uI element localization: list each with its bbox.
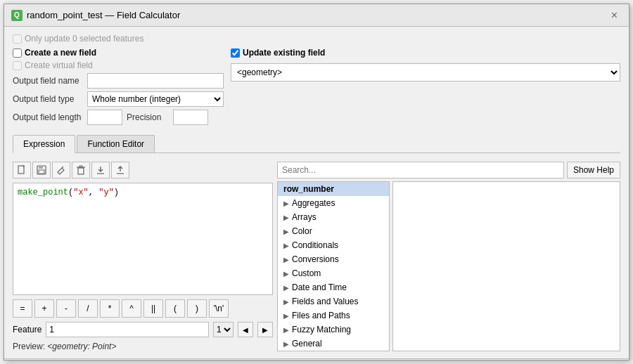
output-length-row: Output field length 10 Precision 3 — [13, 110, 224, 125]
update-existing-checkbox[interactable] — [231, 48, 240, 58]
function-item-conversions[interactable]: ▶ Conversions — [278, 252, 389, 266]
code-arg1: "x" — [73, 188, 89, 197]
code-arg2: "y" — [98, 188, 114, 197]
function-item-files-paths[interactable]: ▶ Files and Paths — [278, 308, 389, 323]
editor-toolbar — [13, 162, 273, 178]
create-field-section: Create a new field Create virtual field … — [13, 48, 224, 128]
save-button[interactable] — [32, 162, 51, 178]
import-button[interactable] — [91, 162, 110, 178]
output-name-input[interactable] — [87, 73, 224, 89]
function-item-color[interactable]: ▶ Color — [278, 224, 389, 238]
code-comma: , — [89, 188, 98, 197]
calc-open-paren[interactable]: ( — [165, 299, 185, 318]
delete-button[interactable] — [72, 162, 90, 178]
edit-icon — [56, 165, 66, 175]
create-new-field-label[interactable]: Create a new field — [13, 48, 224, 58]
tab-function-editor[interactable]: Function Editor — [77, 135, 155, 152]
code-function-name: make_point — [18, 188, 68, 197]
svg-line-4 — [62, 167, 63, 168]
update-existing-label[interactable]: Update existing field — [231, 48, 620, 58]
new-icon — [17, 165, 27, 175]
feature-input[interactable] — [46, 322, 209, 337]
calc-power[interactable]: ^ — [122, 299, 141, 318]
expand-arrow: ▶ — [283, 256, 289, 264]
output-length-input[interactable]: 10 — [87, 110, 122, 125]
output-type-row: Output field type Whole number (integer) — [13, 91, 224, 107]
function-item-general[interactable]: ▶ General — [278, 337, 389, 351]
only-update-label[interactable]: Only update 0 selected features — [13, 34, 143, 44]
tab-expression[interactable]: Expression — [13, 135, 75, 153]
show-help-button[interactable]: Show Help — [567, 162, 620, 178]
expand-arrow: ▶ — [283, 228, 289, 235]
calc-multiply[interactable]: * — [100, 299, 120, 318]
search-input[interactable] — [277, 162, 564, 178]
calc-plus[interactable]: + — [34, 299, 54, 318]
feature-next-button[interactable]: ▶ — [257, 322, 273, 337]
feature-row: Feature 1 ◀ ▶ — [13, 322, 273, 337]
function-item-custom[interactable]: ▶ Custom — [278, 266, 389, 280]
virtual-field-row: Create virtual field — [13, 60, 224, 70]
title-bar-left: Q random_point_test — Field Calculator — [11, 10, 180, 21]
field-options-row: Create a new field Create virtual field … — [13, 48, 620, 128]
create-virtual-checkbox[interactable] — [13, 61, 22, 70]
feature-prev-button[interactable]: ◀ — [238, 322, 253, 337]
output-type-select[interactable]: Whole number (integer) — [87, 91, 224, 107]
calc-newline[interactable]: '\n' — [209, 299, 229, 318]
function-item-arrays[interactable]: ▶ Arrays — [278, 210, 389, 224]
update-field-dropdown[interactable]: <geometry> — [231, 63, 620, 82]
svg-rect-0 — [18, 166, 24, 174]
expand-arrow: ▶ — [283, 242, 289, 249]
title-bar: Q random_point_test — Field Calculator × — [4, 4, 629, 27]
svg-rect-3 — [39, 170, 44, 174]
feature-select[interactable]: 1 — [213, 322, 234, 337]
calc-minus[interactable]: - — [56, 299, 76, 318]
export-icon — [115, 165, 125, 175]
window-title: random_point_test — Field Calculator — [27, 10, 180, 20]
top-options-row: Only update 0 selected features — [13, 34, 620, 44]
preview-value: <geometry: Point> — [47, 342, 116, 351]
function-item-row_number[interactable]: row_number — [278, 182, 389, 196]
expand-arrow: ▶ — [283, 284, 289, 292]
editor-panel: make_point("x", "y") = + - / * ^ || ( ) … — [13, 162, 273, 351]
help-panel — [392, 181, 620, 351]
function-item-conditionals[interactable]: ▶ Conditionals — [278, 238, 389, 252]
delete-icon — [76, 165, 86, 175]
import-icon — [96, 165, 106, 175]
update-existing-section: Update existing field <geometry> — [231, 48, 620, 82]
function-list[interactable]: row_number ▶ Aggregates ▶ Arrays ▶ Col — [277, 181, 390, 351]
calc-buttons-row: = + - / * ^ || ( ) '\n' — [13, 299, 273, 318]
function-item-fuzzy[interactable]: ▶ Fuzzy Matching — [278, 323, 389, 337]
expand-arrow: ▶ — [283, 270, 289, 278]
tabs-row: Expression Function Editor — [13, 135, 620, 153]
calc-close-paren[interactable]: ) — [187, 299, 207, 318]
expand-arrow: ▶ — [283, 312, 289, 320]
bottom-buttons: OK Cancel Help — [4, 358, 629, 364]
search-row: Show Help — [277, 162, 620, 178]
calc-concat[interactable]: || — [143, 299, 163, 318]
edit-button[interactable] — [52, 162, 70, 178]
calc-divide[interactable]: / — [78, 299, 98, 318]
svg-rect-7 — [79, 166, 82, 167]
calc-equals[interactable]: = — [13, 299, 32, 318]
only-update-checkbox[interactable] — [13, 34, 22, 44]
app-icon: Q — [11, 10, 23, 21]
close-button[interactable]: × — [607, 8, 622, 22]
precision-input[interactable]: 3 — [173, 110, 208, 125]
function-item-date-time[interactable]: ▶ Date and Time — [278, 280, 389, 294]
preview-row: Preview: <geometry: Point> — [13, 342, 273, 351]
svg-rect-5 — [78, 168, 84, 174]
new-button[interactable] — [13, 162, 31, 178]
export-button[interactable] — [111, 162, 129, 178]
dialog-body: Only update 0 selected features Create a… — [4, 27, 629, 358]
create-new-field-checkbox[interactable] — [13, 48, 22, 58]
expand-arrow: ▶ — [283, 340, 289, 348]
function-browser-content: row_number ▶ Aggregates ▶ Arrays ▶ Col — [277, 181, 620, 351]
function-item-fields-values[interactable]: ▶ Fields and Values — [278, 294, 389, 308]
expand-arrow: ▶ — [283, 214, 289, 221]
code-editor-area[interactable]: make_point("x", "y") — [13, 183, 273, 295]
expand-arrow: ▶ — [283, 326, 289, 334]
svg-rect-2 — [39, 166, 43, 169]
expand-arrow: ▶ — [283, 200, 289, 207]
main-content: make_point("x", "y") = + - / * ^ || ( ) … — [13, 162, 620, 351]
function-item-aggregates[interactable]: ▶ Aggregates — [278, 196, 389, 210]
